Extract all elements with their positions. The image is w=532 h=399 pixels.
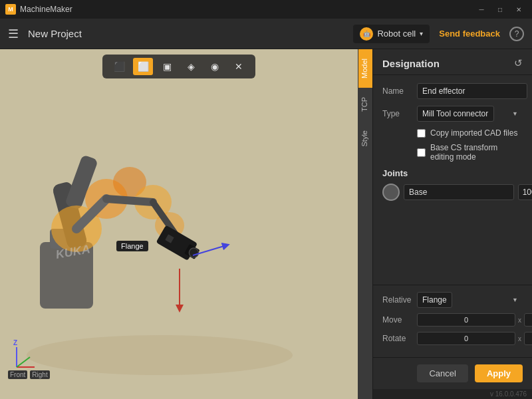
main-area: ⬛ ⬜ ▣ ◈ ◉ ✕ bbox=[0, 49, 532, 399]
move-x-input[interactable] bbox=[417, 313, 515, 327]
feedback-button[interactable]: Send feedback bbox=[439, 29, 500, 39]
flange-label: Flange bbox=[116, 241, 148, 251]
3d-scene: KUKA Flange Z Front Right bbox=[0, 49, 358, 399]
relative-select-wrapper: Flange Base World bbox=[417, 292, 523, 308]
base-cs-checkbox-row[interactable]: Base CS transform editing mode bbox=[417, 143, 523, 162]
cancel-button[interactable]: Cancel bbox=[417, 364, 467, 382]
robot-cell-selector[interactable]: 🤖 Robot cell ▾ bbox=[353, 25, 430, 43]
relative-label: Relative bbox=[382, 295, 417, 305]
move-coords: x y z bbox=[417, 313, 532, 327]
copy-cad-label: Copy imported CAD files bbox=[430, 128, 517, 138]
app-title: MachineMaker bbox=[20, 5, 473, 14]
front-label: Front bbox=[8, 370, 27, 379]
type-select-wrapper: Mill Tool connector Generic connector Ro… bbox=[417, 106, 523, 122]
title-bar: M MachineMaker ─ □ ✕ bbox=[0, 0, 532, 19]
help-button[interactable]: ? bbox=[509, 27, 524, 41]
tcp-tab[interactable]: TCP bbox=[358, 88, 372, 121]
relative-field-row: Relative Flange Base World bbox=[382, 292, 523, 308]
svg-point-0 bbox=[27, 335, 293, 375]
name-input[interactable] bbox=[417, 83, 527, 99]
joint-pct-input[interactable] bbox=[518, 184, 532, 200]
relative-select[interactable]: Flange Base World bbox=[417, 292, 452, 308]
refresh-icon[interactable]: ↺ bbox=[514, 57, 523, 69]
panel-bottom: Relative Flange Base World Move x y bbox=[373, 285, 532, 357]
right-panel: Designation ↺ Name Type Mill Tool connec… bbox=[372, 49, 532, 399]
maximize-button[interactable]: □ bbox=[492, 4, 508, 15]
version-bar: v 16.0.0.476 bbox=[373, 389, 532, 399]
name-field-row: Name bbox=[382, 83, 523, 99]
type-select[interactable]: Mill Tool connector Generic connector Ro… bbox=[417, 106, 494, 122]
base-cs-label: Base CS transform editing mode bbox=[430, 143, 523, 162]
move-field-row: Move x y z bbox=[382, 313, 523, 327]
robot-icon: 🤖 bbox=[360, 27, 373, 41]
joints-heading: Joints bbox=[382, 168, 523, 178]
window-controls: ─ □ ✕ bbox=[473, 4, 527, 15]
type-label: Type bbox=[382, 109, 417, 118]
rotate-y-input[interactable] bbox=[524, 332, 532, 345]
project-name: New Project bbox=[28, 28, 353, 39]
move-label: Move bbox=[382, 315, 417, 325]
panel-title: Designation bbox=[382, 58, 440, 69]
model-tab[interactable]: Model bbox=[358, 49, 372, 88]
svg-line-11 bbox=[106, 199, 153, 202]
viewport[interactable]: ⬛ ⬜ ▣ ◈ ◉ ✕ bbox=[0, 49, 358, 399]
rotate-label: Rotate bbox=[382, 334, 417, 343]
name-label: Name bbox=[382, 86, 417, 96]
type-field-row: Type Mill Tool connector Generic connect… bbox=[382, 106, 523, 122]
style-tab[interactable]: Style bbox=[358, 121, 372, 156]
side-tabs: Model TCP Style bbox=[358, 49, 372, 399]
copy-cad-checkbox-row[interactable]: Copy imported CAD files bbox=[417, 128, 523, 138]
close-button[interactable]: ✕ bbox=[511, 4, 527, 15]
panel-body: Name Type Mill Tool connector Generic co… bbox=[373, 75, 532, 285]
app-icon: M bbox=[5, 4, 16, 15]
base-cs-checkbox[interactable] bbox=[417, 148, 426, 157]
menu-icon[interactable]: ☰ bbox=[8, 27, 19, 41]
rotate-field-row: Rotate x y z bbox=[382, 332, 523, 345]
chevron-down-icon: ▾ bbox=[420, 30, 423, 37]
copy-cad-checkbox[interactable] bbox=[417, 129, 426, 138]
robot-cell-label: Robot cell bbox=[377, 29, 416, 39]
action-bar: Cancel Apply bbox=[373, 357, 532, 389]
svg-line-23 bbox=[17, 357, 30, 367]
minimize-button[interactable]: ─ bbox=[473, 4, 489, 15]
svg-text:Z: Z bbox=[13, 339, 17, 346]
right-label: Right bbox=[30, 370, 49, 379]
joint-name-input[interactable] bbox=[404, 184, 514, 200]
joint-row: 👁 bbox=[382, 184, 523, 201]
joint-circle bbox=[382, 184, 400, 201]
apply-button[interactable]: Apply bbox=[475, 364, 523, 382]
axis-indicator: Z Front Right bbox=[7, 337, 50, 379]
rotate-coords: x y z bbox=[417, 332, 532, 345]
panel-header: Designation ↺ bbox=[373, 49, 532, 75]
rotate-x-input[interactable] bbox=[417, 332, 515, 345]
top-bar: ☰ New Project 🤖 Robot cell ▾ Send feedba… bbox=[0, 19, 532, 49]
move-y-input[interactable] bbox=[524, 313, 532, 327]
